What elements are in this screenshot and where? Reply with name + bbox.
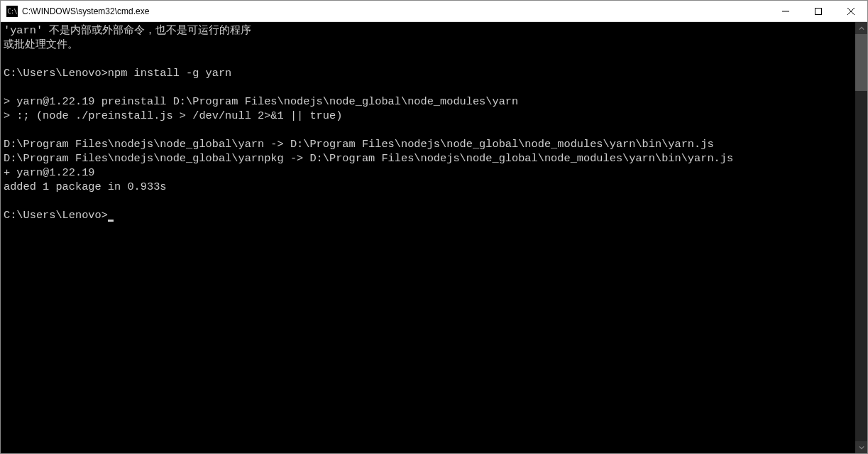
terminal-line: 或批处理文件。 — [4, 38, 852, 52]
minimize-icon — [782, 8, 789, 15]
close-icon — [847, 8, 855, 15]
terminal-line: > yarn@1.22.19 preinstall D:\Program Fil… — [4, 94, 852, 109]
terminal-line — [4, 123, 852, 137]
terminal-prompt: C:\Users\Lenovo> — [4, 209, 108, 222]
terminal-line: > :; (node ./preinstall.js > /dev/null 2… — [4, 109, 852, 123]
terminal-line: C:\Users\Lenovo>npm install -g yarn — [4, 66, 852, 80]
terminal-line — [4, 52, 852, 66]
terminal-line — [4, 194, 852, 208]
terminal-line: + yarn@1.22.19 — [4, 166, 852, 180]
maximize-button[interactable] — [802, 1, 835, 21]
terminal-container: 'yarn' 不是内部或外部命令，也不是可运行的程序或批处理文件。 C:\Use… — [1, 22, 867, 453]
terminal-output[interactable]: 'yarn' 不是内部或外部命令，也不是可运行的程序或批处理文件。 C:\Use… — [1, 22, 855, 453]
terminal-cursor — [108, 220, 114, 222]
scroll-thumb[interactable] — [855, 34, 867, 91]
terminal-prompt-line: C:\Users\Lenovo> — [4, 208, 852, 222]
maximize-icon — [815, 8, 822, 15]
scrollbar[interactable] — [855, 22, 867, 453]
terminal-line: D:\Program Files\nodejs\node_global\yarn… — [4, 151, 852, 166]
close-button[interactable] — [835, 1, 867, 21]
terminal-line: D:\Program Files\nodejs\node_global\yarn… — [4, 137, 852, 151]
scroll-up-button[interactable] — [855, 22, 867, 34]
chevron-up-icon — [859, 26, 864, 31]
cmd-icon: C:\ — [6, 6, 18, 17]
chevron-down-icon — [859, 445, 864, 450]
terminal-line: added 1 package in 0.933s — [4, 180, 852, 194]
window-controls — [769, 1, 867, 21]
window-title: C:\WINDOWS\system32\cmd.exe — [22, 6, 769, 16]
minimize-button[interactable] — [769, 1, 802, 21]
scroll-down-button[interactable] — [855, 441, 867, 453]
window-titlebar[interactable]: C:\ C:\WINDOWS\system32\cmd.exe — [1, 1, 867, 22]
terminal-line — [4, 80, 852, 94]
terminal-line: 'yarn' 不是内部或外部命令，也不是可运行的程序 — [4, 23, 852, 38]
svg-rect-1 — [815, 8, 822, 14]
